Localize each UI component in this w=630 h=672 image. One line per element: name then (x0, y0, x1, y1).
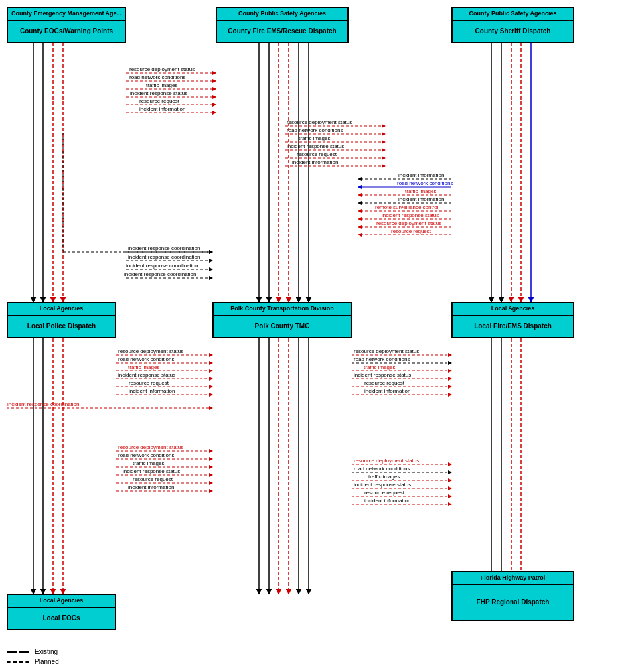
svg-text:resource deployment status: resource deployment status (118, 348, 183, 354)
node-local-police: Local Agencies Local Police Dispatch (7, 302, 116, 338)
svg-text:incident response status: incident response status (118, 372, 175, 378)
svg-text:resource deployment status: resource deployment status (354, 348, 419, 354)
svg-text:resource request: resource request (139, 98, 180, 104)
node-local-police-header: Local Agencies (8, 303, 115, 316)
node-county-eocs-warning-header: County Emergency Management Age... (8, 8, 125, 21)
node-polk-tmc-body: Polk County TMC (214, 316, 351, 337)
node-county-eocs-warning: County Emergency Management Age... Count… (7, 7, 126, 43)
svg-text:resource request: resource request (364, 490, 405, 496)
svg-text:road network conditions: road network conditions (129, 74, 186, 80)
svg-text:traffic images: traffic images (146, 82, 177, 88)
svg-text:incident response status: incident response status (287, 143, 344, 149)
node-local-police-body: Local Police Dispatch (8, 316, 115, 337)
node-local-fire-body: Local Fire/EMS Dispatch (453, 316, 573, 337)
node-county-sheriff-header: County Public Safety Agencies (453, 8, 573, 21)
svg-text:resource deployment status: resource deployment status (118, 444, 183, 450)
svg-text:resource deployment status: resource deployment status (376, 220, 441, 226)
svg-text:resource request: resource request (364, 380, 405, 386)
svg-text:resource request: resource request (129, 380, 169, 386)
node-polk-tmc: Polk County Transportation Division Polk… (212, 302, 352, 338)
svg-text:traffic images: traffic images (368, 474, 400, 480)
svg-text:resource deployment status: resource deployment status (129, 66, 195, 72)
node-county-fire-body: County Fire EMS/Rescue Dispatch (217, 21, 347, 42)
svg-text:road network conditions: road network conditions (354, 466, 410, 472)
svg-text:road network conditions: road network conditions (354, 356, 410, 362)
node-polk-tmc-header: Polk County Transportation Division (214, 303, 351, 316)
diagram-container: resource deployment status road network … (0, 0, 630, 672)
svg-text:incident information: incident information (364, 498, 410, 504)
node-county-eocs-warning-body: County EOCs/Warning Points (8, 21, 125, 42)
svg-text:road network conditions: road network conditions (287, 127, 343, 133)
svg-text:incident response status: incident response status (130, 90, 187, 96)
svg-text:incident response status: incident response status (123, 468, 180, 474)
svg-text:incident response status: incident response status (354, 372, 411, 378)
node-local-fire-header: Local Agencies (453, 303, 573, 316)
node-fhp-body: FHP Regional Dispatch (453, 585, 573, 620)
svg-text:incident information: incident information (398, 196, 444, 202)
svg-text:road network conditions: road network conditions (118, 356, 175, 362)
legend-planned: Planned (7, 658, 59, 665)
node-local-fire: Local Agencies Local Fire/EMS Dispatch (451, 302, 574, 338)
node-county-sheriff-body: County Sheriff Dispatch (453, 21, 573, 42)
node-local-eocs-body: Local EOCs (8, 608, 115, 629)
svg-text:incident response status: incident response status (382, 212, 439, 218)
svg-text:incident information: incident information (129, 388, 175, 394)
node-fhp-header: Florida Highway Patrol (453, 572, 573, 585)
svg-text:resource deployment status: resource deployment status (287, 119, 352, 125)
svg-text:incident information: incident information (364, 388, 410, 394)
legend-planned-label: Planned (35, 658, 59, 665)
legend-existing: Existing (7, 648, 59, 655)
svg-text:incident information: incident information (398, 172, 444, 178)
svg-text:traffic images: traffic images (133, 460, 164, 466)
svg-text:incident response coordination: incident response coordination (7, 401, 80, 407)
node-fhp: Florida Highway Patrol FHP Regional Disp… (451, 571, 574, 621)
node-county-fire: County Public Safety Agencies County Fir… (216, 7, 349, 43)
svg-text:incident response coordination: incident response coordination (128, 245, 200, 251)
svg-text:traffic images: traffic images (128, 364, 159, 370)
legend: Existing Planned (7, 648, 59, 665)
svg-text:incident information: incident information (292, 159, 338, 165)
node-county-fire-header: County Public Safety Agencies (217, 8, 347, 21)
svg-text:incident response status: incident response status (354, 482, 411, 488)
svg-text:road network conditions: road network conditions (397, 180, 453, 186)
svg-text:traffic images: traffic images (364, 364, 395, 370)
svg-text:resource request: resource request (133, 476, 173, 482)
svg-text:incident response coordination: incident response coordination (124, 271, 197, 277)
svg-text:incident response coordination: incident response coordination (128, 254, 200, 260)
node-county-sheriff: County Public Safety Agencies County She… (451, 7, 574, 43)
svg-text:resource deployment status: resource deployment status (354, 458, 419, 464)
svg-text:resource request: resource request (391, 228, 432, 234)
svg-text:incident response coordination: incident response coordination (126, 263, 198, 269)
svg-text:road network conditions: road network conditions (118, 452, 175, 458)
svg-text:resource request: resource request (297, 151, 337, 157)
svg-text:traffic images: traffic images (299, 135, 330, 141)
svg-text:traffic images: traffic images (405, 188, 436, 194)
node-local-eocs: Local Agencies Local EOCs (7, 594, 116, 630)
legend-existing-label: Existing (35, 648, 58, 655)
node-local-eocs-header: Local Agencies (8, 595, 115, 608)
svg-text:remote surveillance control: remote surveillance control (375, 204, 439, 210)
svg-text:incident information: incident information (128, 484, 174, 490)
svg-text:incident information: incident information (139, 106, 185, 112)
